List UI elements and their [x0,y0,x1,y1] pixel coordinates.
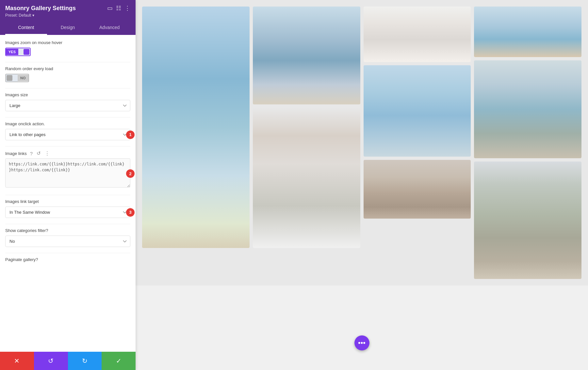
main-canvas-wrapper: ••• [136,0,588,370]
sidebar-preset[interactable]: Preset: Default ▾ [5,13,130,18]
cancel-button[interactable]: ✕ [0,352,34,370]
redo-button[interactable]: ↻ [68,352,102,370]
help-button[interactable]: ? [29,151,33,156]
toggle-switch-off [6,74,18,82]
sidebar-content: Images zoom on mouse hover YES Random or… [0,35,136,352]
image-links-textarea-wrapper: https://link.com/{{link}}https://link.co… [5,158,130,189]
gallery-image-wooden-pier[interactable] [474,7,581,57]
image-links-textarea[interactable]: https://link.com/{{link}}https://link.co… [5,158,130,188]
sidebar: Masonry Gallery Settings ▭ ☷ ⋮ Preset: D… [0,0,136,370]
image-onclick-select[interactable]: None Open lightbox Link to other pages L… [5,129,130,140]
link-target-label: Images link target [5,199,130,204]
toggle-yes-btn[interactable]: YES [5,48,31,56]
show-categories-section: Show categories filter? No Yes [5,228,130,247]
gallery-image-coastal[interactable] [474,60,581,158]
gallery-image-beach-pier[interactable] [142,7,250,248]
gallery-image-coastal-fence[interactable] [474,162,581,279]
link-target-section: Images link target In The Same Window In… [5,199,130,218]
gallery-image-couch-white[interactable] [364,7,471,62]
image-links-header: Image links ? ↺ ⋮ [5,150,130,156]
sidebar-header-top: Masonry Gallery Settings ▭ ☷ ⋮ [5,5,130,12]
sidebar-header-icons: ▭ ☷ ⋮ [107,5,130,12]
sidebar-title: Masonry Gallery Settings [5,5,76,12]
toggle-knob-on [24,49,29,55]
images-size-select-wrapper: Thumbnail Medium Large Full [5,100,130,111]
gallery-col-2 [253,7,360,279]
paginate-label: Paginate gallery? [5,257,130,262]
tab-advanced[interactable]: Advanced [89,21,130,35]
badge-1: 1 [126,131,135,139]
image-links-label: Image links [5,151,27,156]
reset-button[interactable]: ↺ [36,150,41,156]
show-categories-label: Show categories filter? [5,228,130,233]
undo-button[interactable]: ↺ [34,352,68,370]
save-button[interactable]: ✓ [102,352,136,370]
toggle-no-label: NO [18,75,28,81]
gallery-image-sea-horizon[interactable] [364,65,471,157]
gallery-col-4 [474,7,581,279]
link-target-select[interactable]: In The Same Window In A New Tab [5,207,130,218]
tab-design[interactable]: Design [47,21,89,35]
show-categories-select[interactable]: No Yes [5,236,130,247]
badge-3: 3 [126,208,135,217]
resize-icon[interactable]: ▭ [107,5,113,12]
gallery-col-3 [364,7,471,279]
images-zoom-label: Images zoom on mouse hover [5,40,130,45]
random-order-label: Random order every load [5,66,130,71]
toggle-no-btn[interactable]: NO [5,74,29,82]
toggle-knob-off [7,75,12,81]
sidebar-header: Masonry Gallery Settings ▭ ☷ ⋮ Preset: D… [0,0,136,35]
gallery-image-sofa-room[interactable] [253,108,360,248]
fab-button[interactable]: ••• [354,335,369,350]
sidebar-bottom-toolbar: ✕ ↺ ↻ ✓ [0,352,136,370]
paginate-section: Paginate gallery? [5,257,130,262]
sidebar-tabs: Content Design Advanced [5,21,130,35]
main-canvas [136,0,588,285]
toggle-switch-on [18,48,30,55]
image-onclick-section: Image onclick action. None Open lightbox… [5,121,130,140]
more-options-icon[interactable]: ⋮ [124,5,130,12]
images-size-label: Images size [5,92,130,97]
image-onclick-label: Image onclick action. [5,121,130,126]
images-size-select[interactable]: Thumbnail Medium Large Full [5,100,130,111]
random-order-section: Random order every load NO [5,66,130,82]
tab-content[interactable]: Content [5,21,47,35]
image-onclick-select-wrapper: None Open lightbox Link to other pages L… [5,129,130,140]
images-size-section: Images size Thumbnail Medium Large Full [5,92,130,111]
toggle-yes-label: YES [6,49,18,55]
link-target-select-wrapper: In The Same Window In A New Tab 3 [5,207,130,218]
more-button[interactable]: ⋮ [44,150,50,156]
show-categories-select-wrapper: No Yes [5,236,130,247]
images-zoom-toggle[interactable]: YES [5,48,130,56]
masonry-gallery [142,7,581,279]
fab-icon: ••• [358,339,366,347]
gallery-image-man-walking[interactable] [364,160,471,219]
gallery-col-1 [142,7,250,279]
layout-icon[interactable]: ☷ [116,5,121,12]
badge-2: 2 [126,169,135,178]
images-zoom-section: Images zoom on mouse hover YES [5,40,130,56]
gallery-image-dock[interactable] [253,7,360,104]
image-links-section: Image links ? ↺ ⋮ https://link.com/{{lin… [5,150,130,189]
random-order-toggle[interactable]: NO [5,74,130,82]
